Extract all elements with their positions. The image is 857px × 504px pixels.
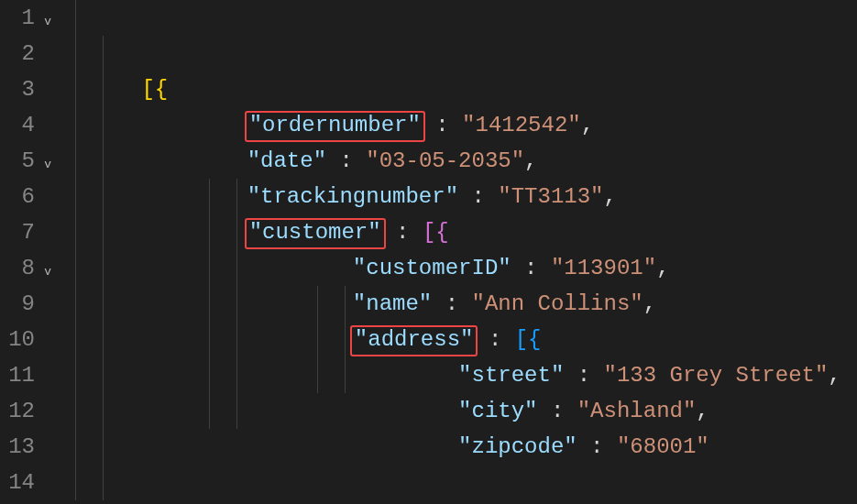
code-line[interactable]: "customer" : [{ — [62, 143, 857, 179]
line-number: 4 — [0, 107, 53, 143]
code-line[interactable]: "street" : "133 Grey Street", — [62, 286, 857, 322]
line-number: 7 — [0, 214, 53, 250]
line-number: 8v — [0, 250, 53, 286]
code-line[interactable] — [62, 393, 857, 429]
code-line[interactable]: "zipcode" : "68001" — [62, 357, 857, 393]
line-number: 6 — [0, 179, 53, 214]
fold-caret-icon[interactable]: v — [44, 3, 51, 38]
code-line[interactable]: ] — [62, 465, 857, 500]
code-line[interactable]: "address" : [{ — [62, 250, 857, 286]
line-number: 10 — [0, 322, 53, 357]
code-line[interactable]: "trackingnumber" : "TT3113", — [62, 107, 857, 143]
code-line[interactable]: "date" : "03-05-2035", — [62, 71, 857, 107]
fold-caret-icon[interactable]: v — [44, 146, 51, 181]
code-line[interactable]: [{ — [62, 0, 857, 36]
code-line[interactable]: "city" : "Ashland", — [62, 322, 857, 357]
code-line[interactable]: "ordernumber" : "1412542", — [62, 36, 857, 71]
code-editor[interactable]: 1v 2 3 4 5v 6 7 8v 9 10 11 12 13 14 [{ "… — [0, 0, 857, 504]
line-number: 1v — [0, 0, 53, 36]
line-number: 2 — [0, 36, 53, 71]
code-line[interactable]: } — [62, 429, 857, 465]
code-area[interactable]: [{ "ordernumber" : "1412542", "date" : "… — [57, 0, 857, 504]
line-number: 3 — [0, 71, 53, 107]
line-number: 5v — [0, 143, 53, 179]
line-number: 12 — [0, 393, 53, 429]
line-number-gutter: 1v 2 3 4 5v 6 7 8v 9 10 11 12 13 14 — [0, 0, 57, 504]
code-line[interactable]: "customerID" : "113901", — [62, 179, 857, 214]
fold-caret-icon[interactable]: v — [44, 253, 51, 289]
line-number: 13 — [0, 429, 53, 465]
line-number: 9 — [0, 286, 53, 322]
line-number: 11 — [0, 357, 53, 393]
line-number: 14 — [0, 465, 53, 500]
code-line[interactable]: "name" : "Ann Collins", — [62, 214, 857, 250]
